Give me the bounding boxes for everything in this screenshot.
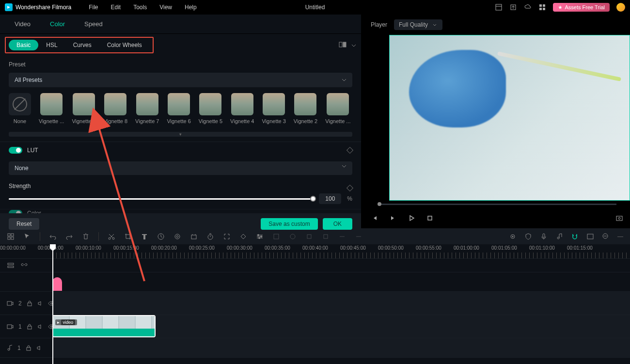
preset-item[interactable]: Vignette 9 <box>72 93 95 124</box>
snapshot-icon[interactable] <box>615 214 623 222</box>
tab-color[interactable]: Color <box>40 15 75 33</box>
delete-icon[interactable] <box>82 233 90 240</box>
color-toggle[interactable] <box>9 210 22 213</box>
preset-thumb <box>199 93 221 115</box>
preset-item[interactable]: None <box>9 93 31 124</box>
expand-icon[interactable] <box>223 233 231 240</box>
menu-edit[interactable]: Edit <box>111 4 121 11</box>
lock-icon[interactable] <box>27 301 32 306</box>
mute-icon[interactable] <box>37 301 43 306</box>
link-icon[interactable] <box>20 262 28 269</box>
lut-dropdown[interactable]: None <box>9 161 352 175</box>
effects-icon[interactable] <box>190 233 198 240</box>
record-icon[interactable] <box>509 233 517 240</box>
cursor-tool-icon[interactable] <box>23 233 31 240</box>
preset-item[interactable]: Vignette 4 <box>230 93 254 124</box>
ruler-time: 00:00:55:00 <box>416 245 441 251</box>
zoom-out-icon[interactable] <box>602 233 610 240</box>
adjust-icon[interactable] <box>256 233 264 240</box>
lock-icon[interactable] <box>26 345 32 351</box>
marker[interactable] <box>52 277 62 291</box>
ruler-time: 00:01:05:00 <box>491 245 517 251</box>
magnet-icon[interactable] <box>571 233 579 240</box>
playhead[interactable] <box>52 244 53 364</box>
tab-speed[interactable]: Speed <box>75 15 112 33</box>
track-lane[interactable] <box>52 338 630 357</box>
export-icon[interactable] <box>509 3 517 11</box>
svg-rect-6 <box>543 8 545 10</box>
text-icon[interactable] <box>141 233 148 240</box>
prev-frame-icon[interactable] <box>371 214 378 222</box>
redo-icon[interactable] <box>65 233 73 240</box>
track-lane[interactable] <box>52 292 630 315</box>
preset-dropdown[interactable]: All Presets <box>9 73 352 87</box>
playback-progress[interactable] <box>378 204 616 205</box>
ok-button[interactable]: OK <box>323 218 352 230</box>
fit-icon[interactable] <box>586 233 594 240</box>
play-next-icon[interactable] <box>389 214 397 222</box>
preview-viewport[interactable] <box>389 35 630 201</box>
lut-toggle[interactable] <box>9 147 22 154</box>
preset-item[interactable]: Vignette ... <box>325 93 350 124</box>
color-icon[interactable] <box>173 233 181 240</box>
mute-icon[interactable] <box>36 345 42 351</box>
stop-icon[interactable] <box>426 214 434 222</box>
ruler-time: 00:01:00:00 <box>454 245 479 251</box>
music-icon[interactable] <box>555 233 563 240</box>
lock-icon[interactable] <box>27 324 32 330</box>
subtab-basic[interactable]: Basic <box>9 40 38 50</box>
svg-rect-7 <box>339 42 342 47</box>
menu-view[interactable]: View <box>159 4 172 11</box>
svg-point-39 <box>50 302 52 304</box>
preset-thumb <box>73 93 95 115</box>
preset-item[interactable]: Vignette 8 <box>104 93 127 124</box>
play-icon[interactable] <box>408 214 415 222</box>
preset-item[interactable]: Vignette 3 <box>262 93 285 124</box>
tool-disabled-4 <box>322 233 330 240</box>
strength-value[interactable]: 100 <box>319 193 341 204</box>
save-custom-button[interactable]: Save as custom <box>261 218 317 230</box>
subtab-color-wheels[interactable]: Color Wheels <box>99 40 150 50</box>
cut-icon[interactable] <box>108 233 115 240</box>
mic-icon[interactable] <box>540 233 548 240</box>
menu-file[interactable]: File <box>89 4 98 11</box>
preset-item[interactable]: Vignette 2 <box>294 93 317 124</box>
preset-item[interactable]: Vignette 5 <box>199 93 222 124</box>
video-clip[interactable]: ▸ video <box>52 315 156 337</box>
reset-button[interactable]: Reset <box>9 218 39 230</box>
crop-icon[interactable] <box>124 233 132 240</box>
menu-tools[interactable]: Tools <box>133 4 147 11</box>
preset-item[interactable]: Vignette 7 <box>135 93 159 124</box>
grid-icon[interactable] <box>538 3 546 11</box>
subtab-hsl[interactable]: HSL <box>38 40 65 50</box>
lut-keyframe-icon[interactable] <box>346 147 353 154</box>
svg-rect-14 <box>8 237 10 239</box>
strength-slider-thumb[interactable] <box>310 196 316 202</box>
cloud-icon[interactable] <box>524 3 532 11</box>
profile-avatar[interactable] <box>616 3 625 12</box>
quality-dropdown[interactable]: Full Quality <box>394 19 442 30</box>
keyframe-icon[interactable] <box>239 233 247 240</box>
undo-icon[interactable] <box>49 233 57 240</box>
track-manage-icon[interactable] <box>7 262 15 269</box>
preset-item[interactable]: Vignette ... <box>39 93 64 124</box>
trial-button[interactable]: Assets Free Trial <box>553 3 610 12</box>
track-lane[interactable]: ▸ video <box>52 315 630 338</box>
strength-keyframe-icon[interactable] <box>346 185 353 191</box>
menu-help[interactable]: Help <box>185 4 197 11</box>
video-track-icon <box>7 301 14 306</box>
chevron-down-icon[interactable] <box>351 42 356 48</box>
layout-icon[interactable] <box>495 3 503 11</box>
timer-icon[interactable] <box>206 233 214 240</box>
subtab-curves[interactable]: Curves <box>65 40 99 50</box>
preset-expand[interactable]: ▾ <box>9 132 352 137</box>
compare-icon[interactable] <box>339 42 346 49</box>
tab-video[interactable]: Video <box>5 15 40 33</box>
strength-slider[interactable] <box>9 198 313 200</box>
preset-item[interactable]: Vignette 6 <box>167 93 190 124</box>
speed-icon[interactable] <box>157 233 165 240</box>
timeline-ruler[interactable]: 00:00:00:0000:00:05:0000:00:10:0000:00:1… <box>0 244 630 259</box>
mute-icon[interactable] <box>37 324 43 330</box>
select-tool-icon[interactable] <box>7 233 15 240</box>
shield-icon[interactable] <box>524 233 532 240</box>
